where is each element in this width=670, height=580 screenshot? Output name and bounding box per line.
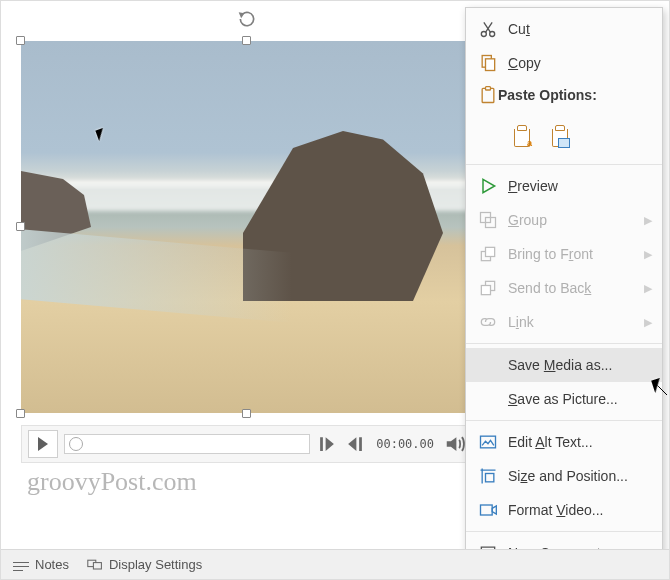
- menu-bring-front-label: Bring to Front: [508, 246, 634, 262]
- menu-save-as-picture[interactable]: Save as Picture...: [466, 382, 662, 416]
- blank-icon: [478, 355, 498, 375]
- link-icon: [478, 312, 498, 332]
- menu-send-to-back: Send to Back ▶: [466, 271, 662, 305]
- menu-separator: [466, 420, 662, 421]
- cursor-icon: [653, 379, 667, 397]
- format-video-icon: [478, 500, 498, 520]
- context-menu: Cut Copy Paste Options: Preview: [465, 7, 663, 575]
- play-button[interactable]: [28, 430, 58, 458]
- display-settings-label: Display Settings: [109, 557, 202, 572]
- menu-size-position-label: Size and Position...: [508, 468, 652, 484]
- rotation-handle[interactable]: [237, 9, 257, 29]
- paste-text-icon: [514, 129, 530, 147]
- svg-rect-14: [481, 505, 493, 515]
- group-icon: [478, 210, 498, 230]
- menu-preview-label: Preview: [508, 178, 652, 194]
- alt-text-icon: [478, 432, 498, 452]
- resize-handle-bc[interactable]: [242, 409, 251, 418]
- video-playback-bar: 00:00.00: [21, 425, 473, 463]
- menu-format-video[interactable]: Format Video...: [466, 493, 662, 527]
- menu-cut-label: Cut: [508, 21, 652, 37]
- cut-icon: [478, 19, 498, 39]
- menu-send-back-label: Send to Back: [508, 280, 634, 296]
- menu-separator: [466, 343, 662, 344]
- paste-options-section: Paste Options:: [466, 80, 662, 160]
- video-thumbnail: [21, 41, 473, 413]
- svg-rect-5: [486, 87, 491, 90]
- resize-handle-tl[interactable]: [16, 36, 25, 45]
- step-forward-button[interactable]: [344, 433, 366, 455]
- video-object[interactable]: [21, 41, 473, 413]
- seek-thumb[interactable]: [69, 437, 83, 451]
- svg-rect-12: [481, 436, 496, 448]
- blank-icon: [478, 389, 498, 409]
- menu-save-media-as[interactable]: Save Media as...: [466, 348, 662, 382]
- paste-icon: [478, 85, 498, 105]
- watermark-text: groovyPost.com: [27, 467, 197, 497]
- menu-save-picture-label: Save as Picture...: [508, 391, 652, 407]
- send-back-icon: [478, 278, 498, 298]
- paste-keep-formatting-button[interactable]: [508, 124, 536, 152]
- submenu-arrow-icon: ▶: [644, 214, 652, 227]
- notes-icon: [13, 558, 29, 572]
- menu-alt-text-label: Edit Alt Text...: [508, 434, 652, 450]
- menu-save-media-label: Save Media as...: [508, 357, 652, 373]
- submenu-arrow-icon: ▶: [644, 248, 652, 261]
- resize-handle-bl[interactable]: [16, 409, 25, 418]
- bring-front-icon: [478, 244, 498, 264]
- svg-rect-13: [486, 474, 494, 482]
- playback-time: 00:00.00: [372, 437, 438, 451]
- menu-group-label: Group: [508, 212, 634, 228]
- status-bar: Notes Display Settings: [1, 549, 669, 579]
- size-position-icon: [478, 466, 498, 486]
- svg-rect-3: [486, 59, 495, 71]
- menu-copy-label: Copy: [508, 55, 652, 71]
- display-settings-button[interactable]: Display Settings: [87, 557, 202, 572]
- paste-header-label: Paste Options:: [498, 87, 652, 103]
- copy-icon: [478, 53, 498, 73]
- menu-link-label: Link: [508, 314, 634, 330]
- menu-group: Group ▶: [466, 203, 662, 237]
- paste-picture-icon: [552, 129, 568, 147]
- resize-handle-ml[interactable]: [16, 222, 25, 231]
- menu-size-position[interactable]: Size and Position...: [466, 459, 662, 493]
- menu-cut[interactable]: Cut: [466, 12, 662, 46]
- svg-rect-9: [486, 247, 495, 256]
- notes-button[interactable]: Notes: [13, 557, 69, 572]
- play-icon: [38, 437, 48, 451]
- menu-edit-alt-text[interactable]: Edit Alt Text...: [466, 425, 662, 459]
- volume-button[interactable]: [444, 433, 466, 455]
- menu-bring-to-front: Bring to Front ▶: [466, 237, 662, 271]
- menu-separator: [466, 164, 662, 165]
- menu-preview[interactable]: Preview: [466, 169, 662, 203]
- menu-separator: [466, 531, 662, 532]
- seek-bar[interactable]: [64, 434, 310, 454]
- preview-icon: [478, 176, 498, 196]
- submenu-arrow-icon: ▶: [644, 282, 652, 295]
- notes-label: Notes: [35, 557, 69, 572]
- resize-handle-tc[interactable]: [242, 36, 251, 45]
- menu-link: Link ▶: [466, 305, 662, 339]
- menu-format-video-label: Format Video...: [508, 502, 652, 518]
- submenu-arrow-icon: ▶: [644, 316, 652, 329]
- svg-rect-11: [481, 286, 490, 295]
- paste-picture-button[interactable]: [546, 124, 574, 152]
- step-back-button[interactable]: [316, 433, 338, 455]
- svg-rect-16: [93, 562, 101, 568]
- display-settings-icon: [87, 558, 103, 572]
- menu-copy[interactable]: Copy: [466, 46, 662, 80]
